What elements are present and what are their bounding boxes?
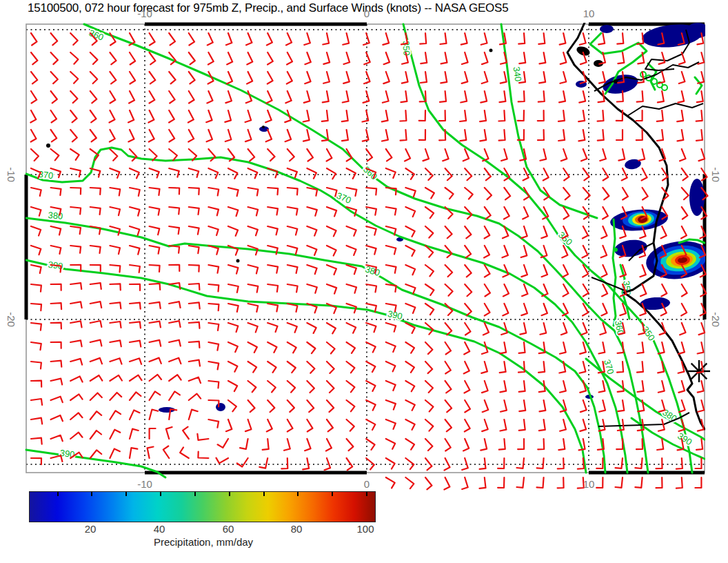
colorbar-tick-label: 80 [291, 523, 303, 535]
contour-circle [651, 79, 657, 84]
x-axis-tick-label-bottom: 10 [583, 478, 595, 490]
station-marker [688, 360, 710, 382]
contour-line-390 [26, 260, 586, 473]
island [46, 144, 50, 148]
colorbar-tick [91, 492, 92, 496]
colorbar-tick [194, 492, 196, 496]
colorbar-tick [263, 492, 265, 496]
y-axis-tick-label-right: -10 [710, 167, 722, 182]
y-axis-tick-label-right: -20 [710, 312, 722, 327]
contour-label: 340 [512, 66, 524, 83]
colorbar-tick [366, 492, 367, 496]
precip-cell [216, 403, 225, 411]
contour-line-380 [26, 218, 605, 473]
colorbar-tick [57, 492, 59, 496]
x-axis-tick-label-top: -10 [137, 8, 152, 19]
river [592, 277, 625, 290]
river [627, 103, 703, 116]
contour-label: 350 [556, 230, 574, 248]
colorbar-tick-label: 100 [356, 523, 374, 535]
colorbar-tick [125, 492, 127, 496]
contour-line-370 [26, 148, 627, 473]
colorbar-tick-label: 40 [154, 523, 165, 535]
island [262, 126, 265, 128]
contour-label: 370 [335, 190, 353, 206]
y-axis-tick-label-left: -10 [6, 167, 17, 182]
colorbar-tick [297, 492, 299, 496]
precip-cell [687, 23, 709, 38]
colorbar-tick [332, 492, 333, 496]
colorbar-caption: Precipitation, mm/day [154, 536, 253, 548]
precipitation-layer [159, 21, 714, 413]
contour-label: 390 [676, 431, 694, 447]
contour-circle [662, 85, 667, 90]
x-axis-tick-label-top: 0 [364, 8, 370, 19]
precip-cell [689, 179, 705, 216]
precip-cell [600, 25, 614, 33]
colorbar-gradient [30, 492, 375, 522]
colorbar-tick-label: 60 [223, 523, 234, 535]
x-axis-tick-label-top: 10 [583, 8, 595, 19]
island [236, 259, 240, 263]
weather-forecast-figure: 15100500, 072 hour forecast for 975mb Z,… [0, 0, 728, 563]
colorbar-tick [160, 492, 161, 496]
colorbar-tick-label: 20 [85, 523, 97, 535]
x-axis-tick-label-bottom: 0 [364, 478, 370, 490]
colorbar-tick [229, 492, 230, 496]
contour-line-350 [613, 219, 616, 326]
precipitation-colorbar [29, 491, 376, 522]
wind-barbs-layer [30, 33, 707, 490]
x-axis-tick-label-bottom: -10 [137, 478, 152, 490]
island [489, 49, 493, 52]
y-axis-tick-label-left: -20 [6, 312, 17, 327]
